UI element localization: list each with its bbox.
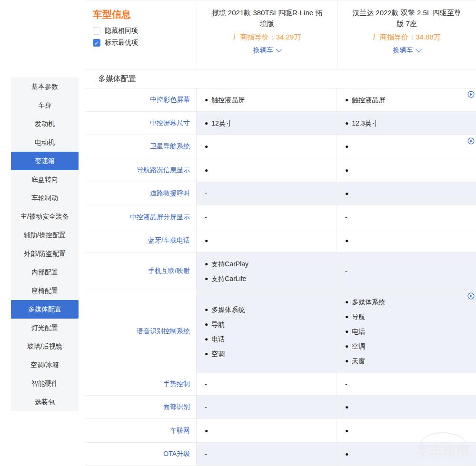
feature-label-cell: 卫星导航系统 <box>85 135 197 158</box>
value-line: ● <box>345 238 476 243</box>
value-line: ● <box>205 428 337 434</box>
price-label: 厂商指导价： <box>233 33 276 41</box>
video-play-icon[interactable] <box>467 137 475 145</box>
value-line: - <box>345 213 476 222</box>
mark-best-label: 标示最优项 <box>105 39 138 47</box>
switch-car-label: 换辆车 <box>253 46 273 55</box>
sidebar-item[interactable]: 玻璃/后视镜 <box>11 337 79 356</box>
sidebar-item[interactable]: 辅助/操控配置 <box>11 226 79 244</box>
sidebar-item[interactable]: 电动机 <box>11 133 79 152</box>
mark-best-option[interactable]: 标示最优项 <box>93 39 197 47</box>
value-cell: ●支持CarPlay●支持CarLife <box>197 252 337 290</box>
video-play-icon[interactable] <box>467 292 475 300</box>
sidebar-item[interactable]: 底盘转向 <box>11 170 79 189</box>
feature-dot-icon: ● <box>345 167 348 173</box>
sidebar-item[interactable]: 智能硬件 <box>11 374 79 393</box>
feature-label-cell: 中控彩色屏幕 <box>85 88 197 111</box>
feature-link[interactable]: OTA升级 <box>163 450 190 458</box>
value-line: ●触控液晶屏 <box>205 95 337 105</box>
value-text: 电话 <box>352 327 365 336</box>
value-cell: - <box>337 252 476 290</box>
mark-best-checkbox checkmark-icon[interactable] <box>93 39 100 47</box>
value-text: 触控液晶屏 <box>211 95 245 105</box>
value-cell: ●多媒体系统●导航●电话●空调 <box>197 290 337 373</box>
value-line: - <box>345 379 476 389</box>
feature-link[interactable]: 手势控制 <box>163 380 190 388</box>
value-cell: ●触控液晶屏 <box>337 88 476 111</box>
sidebar-item[interactable]: 空调/冰箱 <box>11 356 79 374</box>
value-text: 空调 <box>211 349 225 359</box>
page-title: 车型信息 <box>93 8 197 21</box>
feature-link[interactable]: 手机互联/映射 <box>148 267 190 275</box>
price-value: 34.88万 <box>416 33 441 41</box>
value-line: ●支持CarPlay <box>205 259 337 269</box>
feature-link[interactable]: 中控彩色屏幕 <box>150 96 190 104</box>
hide-same-checkbox[interactable] <box>93 27 100 35</box>
switch-car-link[interactable]: 换辆车 <box>253 46 281 55</box>
feature-link[interactable]: 中控液晶屏分屏显示 <box>130 213 190 222</box>
feature-link[interactable]: 中控屏幕尺寸 <box>150 119 190 127</box>
value-text: 导航 <box>352 312 365 321</box>
table-row: 中控屏幕尺寸●12英寸●12.3英寸 <box>85 112 476 135</box>
value-line: ●导航 <box>205 320 337 329</box>
feature-link[interactable]: 面部识别 <box>163 403 190 411</box>
value-cell: ●触控液晶屏 <box>197 88 337 111</box>
feature-link[interactable]: 道路救援呼叫 <box>150 189 190 198</box>
value-cell: ● <box>337 135 476 158</box>
feature-link[interactable]: 卫星导航系统 <box>150 142 190 151</box>
value-text: 12.3英寸 <box>352 118 378 128</box>
sidebar-item[interactable]: 选装包 <box>11 393 79 411</box>
feature-link[interactable]: 语音识别控制系统 <box>137 327 190 336</box>
sidebar-item[interactable]: 车身 <box>11 96 79 115</box>
table-row: 蓝牙/车载电话●● <box>85 229 476 252</box>
feature-label-cell: 蓝牙/车载电话 <box>85 229 197 252</box>
value-line: ●导航 <box>345 312 476 321</box>
feature-link[interactable]: 车联网 <box>170 427 190 435</box>
feature-dot-icon: ● <box>345 120 348 126</box>
feature-link[interactable]: 导航路况信息显示 <box>137 166 190 175</box>
value-line: ● <box>345 167 476 173</box>
value-line: ●多媒体系统 <box>345 297 476 307</box>
value-cell: - <box>197 396 337 418</box>
value-line: - <box>205 379 337 389</box>
value-line: ●空调 <box>205 349 337 359</box>
value-line: - <box>345 266 476 276</box>
sidebar-item[interactable]: 主/被动安全装备 <box>11 207 79 226</box>
value-text: 空调 <box>352 341 365 351</box>
value-cell: ● <box>337 158 476 182</box>
switch-car-link[interactable]: 换辆车 <box>393 46 421 55</box>
video-play-icon[interactable] <box>467 91 475 98</box>
feature-link[interactable]: 蓝牙/车载电话 <box>148 236 190 245</box>
comparison-header: 车型信息 隐藏相同项 标示最优项 揽境 2021款 380TSI 四驱R-Lin… <box>85 0 476 69</box>
car-price: 厂商指导价：34.29万 <box>209 33 325 42</box>
feature-label-cell: 中控屏幕尺寸 <box>85 112 197 135</box>
sidebar-item[interactable]: 发动机 <box>11 115 79 133</box>
sidebar-item[interactable]: 内部配置 <box>11 263 79 282</box>
sidebar-item[interactable]: 变速箱 <box>11 152 79 170</box>
table-row: 手势控制-- <box>85 373 476 396</box>
feature-dot-icon: ● <box>205 276 208 282</box>
feature-dot-icon: ● <box>345 97 348 103</box>
feature-dot-icon: ● <box>345 329 348 334</box>
feature-dot-icon: ● <box>205 351 208 357</box>
sidebar-item[interactable]: 多媒体配置 <box>11 300 79 319</box>
hide-same-option[interactable]: 隐藏相同项 <box>93 27 197 35</box>
value-cell: ● <box>337 443 476 466</box>
feature-dot-icon: ● <box>205 120 208 126</box>
value-text: 支持CarLife <box>211 274 246 283</box>
sidebar-item[interactable]: 灯光配置 <box>11 319 79 337</box>
feature-dot-icon: ● <box>345 428 348 434</box>
sidebar-item[interactable]: 座椅配置 <box>11 282 79 300</box>
value-cell: - <box>337 205 476 229</box>
feature-label-cell: OTA升级 <box>85 443 197 466</box>
car-price: 厂商指导价：34.88万 <box>350 33 464 42</box>
feature-dot-icon: ● <box>205 336 208 342</box>
table-row: 卫星导航系统●● <box>85 135 476 158</box>
table-row: 面部识别-● <box>85 396 476 419</box>
table-row: 中控液晶屏分屏显示-- <box>85 205 476 229</box>
value-cell: ● <box>337 396 476 418</box>
sidebar-item[interactable]: 车轮制动 <box>11 189 79 207</box>
sidebar-item[interactable]: 基本参数 <box>11 78 79 96</box>
value-cell: ● <box>337 182 476 205</box>
sidebar-item[interactable]: 外部/防盗配置 <box>11 244 79 263</box>
